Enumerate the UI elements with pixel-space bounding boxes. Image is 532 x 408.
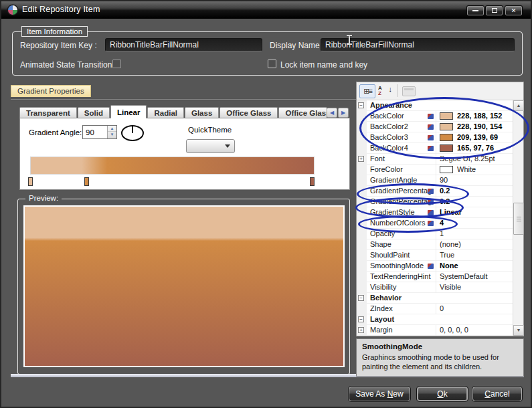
property-row-textrenderinghint[interactable]: TextRenderingHintSystemDefault	[357, 272, 513, 282]
property-row-font[interactable]: +FontSegoe UI, 8.25pt	[357, 154, 513, 165]
property-row-shouldpaint[interactable]: ShouldPaintTrue	[357, 250, 513, 261]
property-value[interactable]: 209, 139, 69	[436, 132, 513, 143]
property-value[interactable]: True	[436, 250, 513, 261]
color-swatch	[440, 144, 453, 152]
property-value[interactable]: SystemDefault	[436, 272, 513, 282]
button-text: ew	[393, 389, 403, 399]
gradient-preview-bar[interactable]	[30, 157, 315, 175]
property-row-gradientpercentag[interactable]: GradientPercentag0.2	[357, 197, 513, 207]
title-bar[interactable]: Edit Repository Item ✕	[1, 1, 531, 19]
property-row-margin[interactable]: +Margin0, 0, 0, 0	[357, 325, 513, 336]
property-name: BackColor3	[367, 132, 436, 143]
angle-dial-indicator[interactable]	[121, 125, 144, 141]
property-grid-scrollbar[interactable]: ▲ ▼	[513, 100, 523, 336]
animated-state-transition-checkbox[interactable]	[112, 60, 121, 68]
property-name: Behavior	[367, 293, 508, 304]
scroll-up-icon: ▲	[517, 103, 521, 108]
gradient-angle-input[interactable]	[83, 126, 107, 138]
save-as-new-button[interactable]: Save As New	[349, 387, 410, 401]
property-category-row[interactable]: −Layout	[357, 314, 513, 325]
property-value[interactable]: 0, 0, 0, 0	[436, 325, 513, 336]
close-button[interactable]: ✕	[505, 6, 522, 15]
property-value[interactable]: 0.2	[436, 186, 513, 197]
property-row-gradientangle[interactable]: GradientAngle90	[357, 175, 513, 186]
property-value[interactable]: 0.2	[436, 197, 513, 207]
display-name-label: Display Name :	[270, 41, 324, 50]
property-value[interactable]: Segoe UI, 8.25pt	[436, 154, 513, 165]
collapse-icon[interactable]: −	[358, 295, 364, 301]
row-gutter	[357, 132, 367, 143]
ok-button[interactable]: Ok	[417, 387, 468, 401]
property-row-zindex[interactable]: ZIndex0	[357, 304, 513, 314]
property-row-gradientstyle[interactable]: GradientStyleLinear	[357, 207, 513, 218]
row-gutter: −	[357, 100, 367, 111]
tab-transparent[interactable]: Transparent	[19, 107, 77, 118]
property-category-row[interactable]: −Appearance	[357, 100, 513, 111]
property-row-shape[interactable]: Shape(none)	[357, 239, 513, 250]
tab-scroll-left-button[interactable]: ◀	[327, 108, 337, 118]
gradient-stop-handle[interactable]	[28, 177, 33, 186]
tab-solid[interactable]: Solid	[78, 107, 110, 118]
categorized-view-button[interactable]: ⊞≡	[359, 84, 375, 98]
quicktheme-label: QuickTheme	[188, 126, 232, 134]
property-row-backcolor[interactable]: BackColor228, 188, 152	[357, 111, 513, 122]
spin-down-icon[interactable]: ▼	[108, 132, 116, 138]
tab-scroll-right-button[interactable]: ▶	[338, 108, 349, 118]
gradient-stop-handle[interactable]	[310, 177, 315, 186]
property-category-row[interactable]: −Behavior	[357, 293, 513, 304]
property-value[interactable]: 4	[436, 218, 513, 229]
scroll-up-button[interactable]: ▲	[513, 100, 524, 111]
property-name: ShouldPaint	[367, 250, 436, 261]
spin-up-icon[interactable]: ▲	[108, 126, 116, 132]
lock-item-checkbox[interactable]	[268, 60, 276, 68]
property-value[interactable]: 0	[436, 304, 513, 314]
property-value[interactable]: 90	[436, 175, 513, 186]
alphabetical-sort-button[interactable]: A Z ↓	[378, 84, 393, 98]
row-gutter	[357, 250, 367, 261]
minimize-button[interactable]	[467, 6, 484, 15]
collapse-icon[interactable]: −	[358, 102, 364, 108]
property-value[interactable]: 165, 97, 76	[436, 143, 513, 154]
modified-property-icon	[428, 146, 434, 151]
gradient-properties-tab[interactable]: Gradient Properties	[11, 85, 91, 97]
tab-office-glass-rect[interactable]: Office Glass Rect	[278, 107, 327, 118]
repository-item-key-input[interactable]	[105, 38, 262, 52]
quicktheme-dropdown[interactable]	[186, 139, 235, 153]
property-row-smoothingmode[interactable]: SmoothingModeNone	[357, 261, 513, 272]
property-value[interactable]: (none)	[436, 239, 513, 250]
expand-icon[interactable]: +	[358, 327, 364, 333]
property-value[interactable]: Linear	[436, 207, 513, 218]
tab-glass[interactable]: Glass	[185, 107, 219, 118]
property-row-opacity[interactable]: Opacity1	[357, 229, 513, 239]
property-row-forecolor[interactable]: ForeColorWhite	[357, 165, 513, 175]
maximize-button[interactable]	[486, 6, 503, 15]
gradient-angle-spinner[interactable]: ▲ ▼	[82, 125, 117, 139]
property-value[interactable]: 1	[436, 229, 513, 239]
property-name: GradientPercentag	[367, 197, 436, 207]
preview-label: Preview:	[25, 194, 62, 202]
gradient-stop-handle[interactable]	[84, 177, 89, 186]
property-row-backcolor3[interactable]: BackColor3209, 139, 69	[357, 132, 513, 143]
collapse-icon[interactable]: −	[358, 316, 364, 322]
property-value[interactable]: 228, 188, 152	[436, 111, 513, 122]
scrollbar-thumb[interactable]	[513, 203, 524, 235]
property-value[interactable]: Visible	[436, 282, 513, 293]
row-gutter	[357, 122, 367, 132]
property-value[interactable]: None	[436, 261, 513, 272]
tab-linear[interactable]: Linear	[110, 105, 147, 118]
property-row-gradientpercentag[interactable]: GradientPercentag0.2	[357, 186, 513, 197]
gradient-style-tabstrip: TransparentSolidLinearRadialGlassOffice …	[19, 105, 327, 118]
tab-office-glass[interactable]: Office Glass	[219, 107, 278, 118]
expand-icon[interactable]: +	[358, 156, 364, 162]
property-value[interactable]: White	[436, 165, 513, 175]
tab-radial[interactable]: Radial	[147, 107, 184, 118]
row-gutter	[357, 165, 367, 175]
property-row-backcolor2[interactable]: BackColor2228, 190, 154	[357, 122, 513, 132]
property-row-backcolor4[interactable]: BackColor4165, 97, 76	[357, 143, 513, 154]
property-value[interactable]: 228, 190, 154	[436, 122, 513, 132]
scroll-down-button[interactable]: ▼	[513, 325, 524, 336]
property-row-numberofcolors[interactable]: NumberOfColors4	[357, 218, 513, 229]
property-row-visibility[interactable]: VisibilityVisible	[357, 282, 513, 293]
sort-arrow-icon: ↓	[389, 86, 393, 92]
cancel-button[interactable]: Cancel	[472, 387, 522, 401]
